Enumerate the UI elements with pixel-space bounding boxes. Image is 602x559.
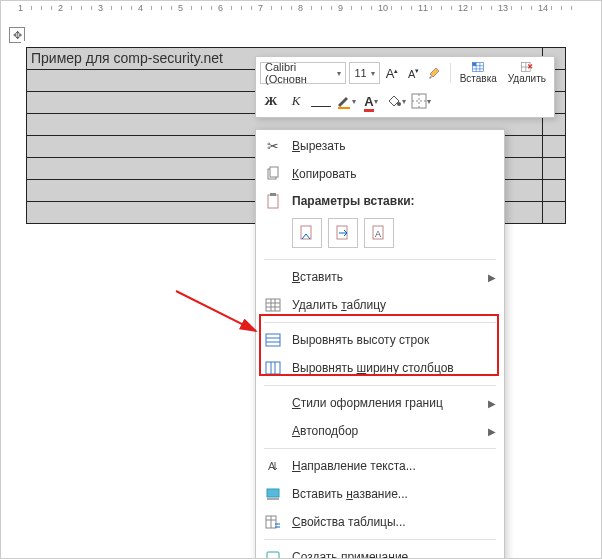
svg-rect-30 — [266, 362, 280, 374]
paste-option-merge[interactable] — [328, 218, 358, 248]
svg-point-10 — [397, 102, 401, 106]
menu-label: Создать примечание — [292, 550, 496, 559]
font-color-button[interactable]: А ▾ — [360, 90, 382, 112]
chevron-down-icon: ▾ — [371, 69, 375, 78]
ruler-number: 12 — [458, 3, 468, 13]
menu-delete-table[interactable]: Удалить таблицу — [256, 291, 504, 319]
menu-label: Удалить таблицу — [292, 298, 496, 312]
table-cell[interactable] — [542, 180, 565, 202]
borders-button[interactable]: ▾ — [410, 90, 432, 112]
paintbrush-icon — [427, 65, 443, 81]
svg-rect-5 — [473, 63, 477, 66]
paste-heading: Параметры вставки: — [292, 194, 415, 208]
scissors-icon: ✂ — [264, 137, 282, 155]
ruler-number: 6 — [218, 3, 223, 13]
menu-paste-options-group: Параметры вставки: A — [256, 188, 504, 256]
delete-button[interactable]: Удалить — [504, 62, 550, 84]
table-delete-icon — [517, 62, 537, 72]
font-name-value: Calibri (Основн — [265, 61, 337, 85]
menu-insert-caption[interactable]: Вставить название... — [256, 480, 504, 508]
table-icon — [264, 296, 282, 314]
menu-text-direction[interactable]: A Направление текста... — [256, 452, 504, 480]
bucket-icon — [386, 93, 402, 109]
ruler-number: 9 — [338, 3, 343, 13]
copy-icon — [264, 165, 282, 183]
ruler-number: 7 — [258, 3, 263, 13]
properties-icon — [264, 513, 282, 531]
svg-rect-17 — [270, 193, 276, 196]
svg-rect-39 — [267, 552, 279, 559]
borders-icon — [411, 93, 427, 109]
table-insert-icon — [468, 62, 488, 72]
svg-rect-22 — [266, 299, 280, 311]
horizontal-ruler[interactable]: 1234567891011121314 — [1, 1, 601, 19]
ruler-number: 2 — [58, 3, 63, 13]
ruler-number: 11 — [418, 3, 428, 13]
delete-label: Удалить — [508, 73, 546, 84]
underline-button[interactable]: ___ — [310, 90, 332, 112]
menu-table-properties[interactable]: Свойства таблицы... — [256, 508, 504, 536]
menu-new-comment[interactable]: Создать примечание — [256, 543, 504, 559]
menu-distribute-rows[interactable]: Выровнять высоту строк — [256, 326, 504, 354]
menu-copy[interactable]: Копировать — [256, 160, 504, 188]
ruler-number: 13 — [498, 3, 508, 13]
ruler-number: 5 — [178, 3, 183, 13]
chevron-down-icon: ▾ — [337, 69, 341, 78]
menu-distribute-columns[interactable]: Выровнять ширину столбцов — [256, 354, 504, 382]
svg-rect-9 — [338, 107, 350, 109]
font-size-dropdown[interactable]: 11 ▾ — [349, 62, 379, 84]
shrink-font-button[interactable]: A▾ — [404, 62, 423, 84]
chevron-right-icon: ▶ — [488, 398, 496, 409]
highlight-button[interactable]: ▾ — [385, 90, 407, 112]
ruler-number: 3 — [98, 3, 103, 13]
ruler-number: 4 — [138, 3, 143, 13]
grow-font-button[interactable]: A▴ — [383, 62, 402, 84]
svg-rect-18 — [301, 226, 311, 239]
svg-text:A: A — [375, 229, 381, 239]
table-cell[interactable] — [542, 136, 565, 158]
context-menu: ✂ Вырезать Копировать Параметры вставки:… — [255, 129, 505, 559]
menu-label: Выровнять ширину столбцов — [292, 361, 496, 375]
ruler-number: 10 — [378, 3, 388, 13]
ruler-number: 14 — [538, 3, 548, 13]
menu-border-styles[interactable]: Стили оформления границ ▶ — [256, 389, 504, 417]
bold-button[interactable]: Ж — [260, 90, 282, 112]
svg-rect-34 — [267, 489, 279, 497]
insert-button[interactable]: Вставка — [456, 62, 501, 84]
table-cell[interactable] — [542, 202, 565, 224]
text-direction-icon: A — [264, 457, 282, 475]
svg-rect-11 — [412, 94, 426, 108]
pen-color-button[interactable]: ▾ — [335, 90, 357, 112]
clipboard-icon — [264, 192, 282, 210]
svg-rect-15 — [270, 167, 278, 177]
distribute-cols-icon — [264, 359, 282, 377]
table-cell[interactable] — [542, 158, 565, 180]
paste-option-text-only[interactable]: A — [364, 218, 394, 248]
menu-label: Вставить название... — [292, 487, 496, 501]
distribute-rows-icon — [264, 331, 282, 349]
menu-autofit[interactable]: Автоподбор ▶ — [256, 417, 504, 445]
menu-cut[interactable]: ✂ Вырезать — [256, 132, 504, 160]
paste-option-keep-source[interactable] — [292, 218, 322, 248]
menu-label: Свойства таблицы... — [292, 515, 496, 529]
ruler-number: 1 — [18, 3, 23, 13]
caption-icon — [264, 485, 282, 503]
font-name-dropdown[interactable]: Calibri (Основн ▾ — [260, 62, 346, 84]
mini-toolbar: Calibri (Основн ▾ 11 ▾ A▴ A▾ Вставка Уда… — [255, 56, 555, 118]
chevron-right-icon: ▶ — [488, 426, 496, 437]
font-size-value: 11 — [354, 67, 366, 79]
svg-line-40 — [176, 291, 256, 331]
cell-text: Пример для comp-security.net — [31, 50, 223, 66]
chevron-right-icon: ▶ — [488, 272, 496, 283]
comment-icon — [264, 548, 282, 559]
ruler-number: 8 — [298, 3, 303, 13]
insert-label: Вставка — [460, 73, 497, 84]
svg-rect-16 — [268, 195, 278, 208]
format-painter-button[interactable] — [426, 62, 445, 84]
italic-button[interactable]: К — [285, 90, 307, 112]
menu-insert[interactable]: Вставить ▶ — [256, 263, 504, 291]
svg-rect-27 — [266, 334, 280, 346]
pen-icon — [336, 93, 352, 109]
